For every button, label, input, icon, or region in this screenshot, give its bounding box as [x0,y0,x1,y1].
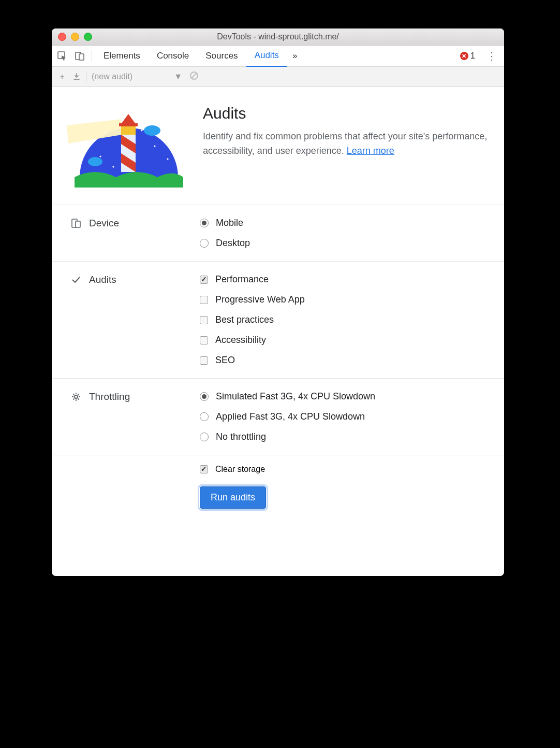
cb-pwa[interactable] [200,296,208,304]
svg-point-10 [161,135,163,136]
new-audit-icon[interactable]: ＋ [55,71,69,82]
svg-point-15 [88,157,102,166]
radio-mobile[interactable] [200,219,209,227]
tab-console[interactable]: Console [149,46,197,66]
clear-storage-option[interactable]: Clear storage [200,465,492,474]
radio-no-throttling[interactable] [200,433,209,441]
checkmark-icon [70,275,82,285]
svg-point-8 [141,130,142,131]
audits-toolbar: ＋ (new audit) ▼ [52,67,504,87]
panel-description: Identify and fix common problems that af… [203,130,492,159]
audit-option-pwa[interactable]: Progressive Web App [200,294,492,305]
svg-rect-23 [76,221,80,227]
section-label-throttling: Throttling [89,391,130,402]
svg-point-7 [105,132,106,134]
section-label-audits: Audits [89,274,116,285]
radio-applied[interactable] [200,412,209,421]
tab-label: Sources [205,51,238,61]
radio-simulated[interactable] [200,392,209,401]
svg-rect-2 [79,54,84,60]
radio-desktop[interactable] [200,239,209,248]
svg-point-6 [92,140,93,141]
tab-elements[interactable]: Elements [95,46,149,66]
throttling-option-none[interactable]: No throttling [200,431,492,442]
error-counter[interactable]: ✕ 1 [460,51,475,61]
run-audits-button[interactable]: Run audits [200,486,266,509]
audit-selector-label: (new audit) [92,72,132,81]
throttling-option-simulated[interactable]: Simulated Fast 3G, 4x CPU Slowdown [200,391,492,402]
error-icon: ✕ [460,52,468,60]
cb-seo[interactable] [200,356,208,365]
svg-point-13 [112,166,114,167]
tabs-overflow-icon[interactable]: » [287,51,302,61]
device-toolbar-icon[interactable] [73,51,86,61]
cb-performance[interactable] [200,276,208,284]
svg-point-14 [144,125,160,136]
device-option-mobile[interactable]: Mobile [200,218,492,228]
dropdown-triangle-icon: ▼ [174,72,182,81]
inspect-element-icon[interactable] [56,51,68,61]
svg-point-24 [75,395,78,398]
gear-icon [70,392,82,402]
device-option-desktop[interactable]: Desktop [200,238,492,249]
tab-label: Audits [255,50,279,61]
devtools-menu-icon[interactable]: ⋮ [479,50,504,62]
svg-point-12 [167,158,168,160]
tab-label: Elements [104,51,140,61]
audit-option-accessibility[interactable]: Accessibility [200,335,492,346]
window-close-button[interactable] [58,33,66,41]
section-label-device: Device [89,218,119,229]
cb-accessibility[interactable] [200,336,208,344]
audit-option-performance[interactable]: Performance [200,274,492,285]
devtools-tabbar: Elements Console Sources Audits » ✕ 1 ⋮ [52,46,504,67]
audits-panel: Audits Identify and fix common problems … [52,87,504,576]
audit-option-seo[interactable]: SEO [200,355,492,366]
error-count: 1 [470,51,475,61]
tab-label: Console [157,51,189,61]
svg-point-11 [99,155,101,157]
window-minimize-button[interactable] [71,33,79,41]
audit-selector[interactable]: (new audit) ▼ [89,72,182,81]
window-titlebar: DevTools - wind-sprout.glitch.me/ [52,28,504,46]
clear-audits-icon[interactable] [189,71,199,82]
device-icon [70,218,82,228]
cb-clear-storage[interactable] [200,465,208,473]
window-title: DevTools - wind-sprout.glitch.me/ [52,32,504,41]
devtools-window: DevTools - wind-sprout.glitch.me/ Elemen… [52,28,504,576]
download-report-icon[interactable] [69,73,84,81]
cb-best-practices[interactable] [200,316,208,324]
lighthouse-illustration [64,105,188,190]
tab-sources[interactable]: Sources [197,46,246,66]
svg-marker-17 [121,125,136,135]
panel-title: Audits [203,105,492,122]
svg-line-4 [192,74,197,78]
throttling-option-applied[interactable]: Applied Fast 3G, 4x CPU Slowdown [200,411,492,422]
tab-audits[interactable]: Audits [246,45,287,67]
svg-point-9 [154,145,155,147]
svg-rect-21 [119,123,138,126]
window-zoom-button[interactable] [84,33,92,41]
audit-option-best-practices[interactable]: Best practices [200,314,492,325]
learn-more-link[interactable]: Learn more [347,146,394,156]
